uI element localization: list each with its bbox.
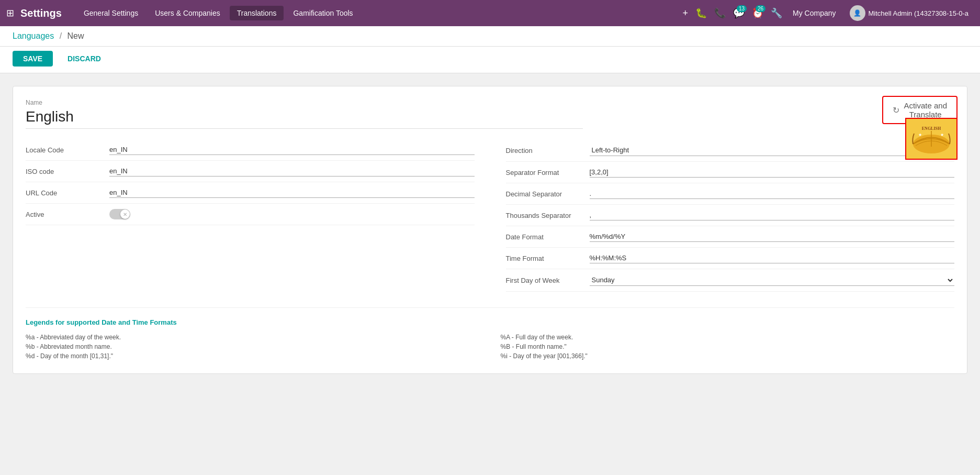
legend-item: %i - Day of the year [001,366]." — [501, 351, 955, 361]
form-card: ↻ Activate andTranslate ENGLISH ★ ★ — [13, 86, 967, 374]
language-image: ENGLISH ★ ★ — [905, 118, 958, 160]
date-format-input[interactable] — [590, 231, 955, 242]
wrench-icon-button[interactable]: 🔧 — [769, 5, 784, 21]
clock-badge: 26 — [756, 5, 765, 12]
date-format-label: Date Format — [506, 233, 590, 241]
app-brand: Settings — [20, 7, 62, 19]
chat-icon-button[interactable]: 💬 13 — [731, 5, 747, 21]
thousands-separator-row: Thousands Separator — [506, 205, 955, 226]
breadcrumb-parent[interactable]: Languages — [13, 31, 54, 40]
name-label: Name — [26, 99, 954, 106]
action-bar: SAVE DISCARD — [0, 47, 980, 73]
legends-title-link[interactable]: Time Formats — [132, 318, 177, 326]
add-button[interactable]: + — [681, 6, 691, 21]
first-day-select[interactable]: Sunday Monday Tuesday Wednesday Thursday… — [590, 274, 955, 286]
refresh-icon: ↻ — [893, 105, 899, 115]
legends-grid: %a - Abbreviated day of the week. %b - A… — [26, 333, 954, 361]
form-right-column: Direction Left-to-Right Right-to-Left Se… — [506, 139, 955, 292]
first-day-row: First Day of Week Sunday Monday Tuesday … — [506, 269, 955, 292]
iso-code-label: ISO code — [26, 168, 109, 175]
active-row: Active ✕ — [26, 204, 475, 225]
legend-item: %a - Abbreviated day of the week. — [26, 333, 480, 342]
locale-code-row: Locale Code — [26, 139, 475, 161]
name-field-group: Name English — [26, 99, 954, 129]
legend-item: %B - Full month name." — [501, 342, 955, 351]
thousands-separator-label: Thousands Separator — [506, 212, 590, 219]
legend-item: %A - Full day of the week. — [501, 333, 955, 342]
date-format-row: Date Format — [506, 226, 955, 248]
top-menu: General Settings Users & Companies Trans… — [76, 6, 677, 20]
url-code-input[interactable] — [109, 187, 475, 198]
svg-text:ENGLISH: ENGLISH — [922, 126, 941, 131]
name-value[interactable]: English — [26, 108, 583, 129]
breadcrumb: Languages / New — [0, 26, 980, 47]
legends-right: %A - Full day of the week. %B - Full mon… — [501, 333, 955, 361]
time-format-input[interactable] — [590, 253, 955, 263]
company-selector[interactable]: My Company — [787, 7, 841, 19]
breadcrumb-current: New — [67, 31, 84, 40]
active-label: Active — [26, 211, 109, 218]
menu-users-companies[interactable]: Users & Companies — [148, 6, 228, 20]
time-format-label: Time Format — [506, 255, 590, 262]
iso-code-input[interactable] — [109, 166, 475, 176]
user-profile[interactable]: 👤 Mitchell Admin (14327308-15-0-a — [844, 3, 974, 23]
legends-section: Legends for supported Date and Time Form… — [26, 307, 954, 361]
legends-title-static: Legends for supported Date and — [26, 318, 132, 326]
phone-icon-button[interactable]: 📞 — [712, 5, 728, 21]
menu-gamification[interactable]: Gamification Tools — [286, 6, 360, 20]
save-button[interactable]: SAVE — [13, 51, 53, 67]
decimal-separator-label: Decimal Separator — [506, 190, 590, 198]
separator-format-row: Separator Format — [506, 162, 955, 183]
bug-icon-button[interactable]: 🐛 — [693, 5, 709, 21]
company-name: My Company — [793, 9, 836, 17]
breadcrumb-separator: / — [60, 31, 62, 40]
first-day-label: First Day of Week — [506, 277, 590, 284]
avatar: 👤 — [850, 5, 865, 21]
legends-title: Legends for supported Date and Time Form… — [26, 318, 954, 326]
menu-general-settings[interactable]: General Settings — [76, 6, 145, 20]
url-code-row: URL Code — [26, 182, 475, 204]
locale-code-label: Locale Code — [26, 146, 109, 154]
chat-badge: 13 — [737, 5, 747, 12]
username: Mitchell Admin (14327308-15-0-a — [869, 9, 969, 17]
decimal-separator-row: Decimal Separator — [506, 183, 955, 205]
legend-item: %b - Abbreviated month name. — [26, 342, 480, 351]
time-format-row: Time Format — [506, 248, 955, 269]
form-grid: Locale Code ISO code URL Code Active ✕ — [26, 139, 954, 292]
locale-code-input[interactable] — [109, 145, 475, 155]
menu-translations[interactable]: Translations — [230, 6, 284, 20]
svg-text:★: ★ — [918, 132, 922, 137]
activate-translate-label: Activate andTranslate — [904, 101, 947, 119]
separator-format-input[interactable] — [590, 167, 955, 178]
decimal-separator-input[interactable] — [590, 189, 955, 199]
direction-label: Direction — [506, 147, 590, 154]
legends-left: %a - Abbreviated day of the week. %b - A… — [26, 333, 480, 361]
direction-row: Direction Left-to-Right Right-to-Left — [506, 139, 955, 162]
svg-text:★: ★ — [940, 132, 944, 137]
discard-button[interactable]: DISCARD — [59, 51, 109, 67]
main-content: ↻ Activate andTranslate ENGLISH ★ ★ — [0, 73, 980, 386]
active-toggle[interactable]: ✕ — [109, 209, 130, 219]
form-left-column: Locale Code ISO code URL Code Active ✕ — [26, 139, 475, 292]
url-code-label: URL Code — [26, 189, 109, 197]
topnav-icon-group: + 🐛 📞 💬 13 ⏰ 26 🔧 My Company 👤 Mitchell … — [681, 3, 974, 23]
separator-format-label: Separator Format — [506, 169, 590, 176]
legend-item: %d - Day of the month [01,31]." — [26, 351, 480, 361]
toggle-knob: ✕ — [120, 209, 130, 219]
direction-select[interactable]: Left-to-Right Right-to-Left — [590, 145, 955, 156]
top-navigation: ⊞ Settings General Settings Users & Comp… — [0, 0, 980, 26]
grid-icon[interactable]: ⊞ — [6, 7, 14, 19]
thousands-separator-input[interactable] — [590, 210, 955, 220]
iso-code-row: ISO code — [26, 161, 475, 182]
clock-icon-button[interactable]: ⏰ 26 — [750, 5, 765, 21]
